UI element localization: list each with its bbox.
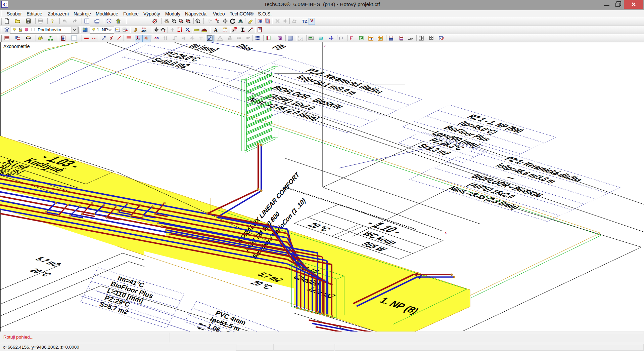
svg-text:A: A xyxy=(214,27,218,33)
svg-text:x: x xyxy=(445,230,447,235)
svg-text:?: ? xyxy=(51,18,54,24)
svg-text:Axonometrie: Axonometrie xyxy=(3,44,30,49)
svg-text:?: ? xyxy=(300,37,302,40)
svg-text:DN: DN xyxy=(223,27,227,30)
svg-text:ABC: ABC xyxy=(141,30,146,32)
svg-text:A: A xyxy=(251,27,253,30)
svg-text:SUN: SUN xyxy=(142,27,146,30)
svg-text:E: E xyxy=(126,28,128,30)
svg-text:z: z xyxy=(324,43,326,48)
svg-text:G: G xyxy=(243,30,245,32)
